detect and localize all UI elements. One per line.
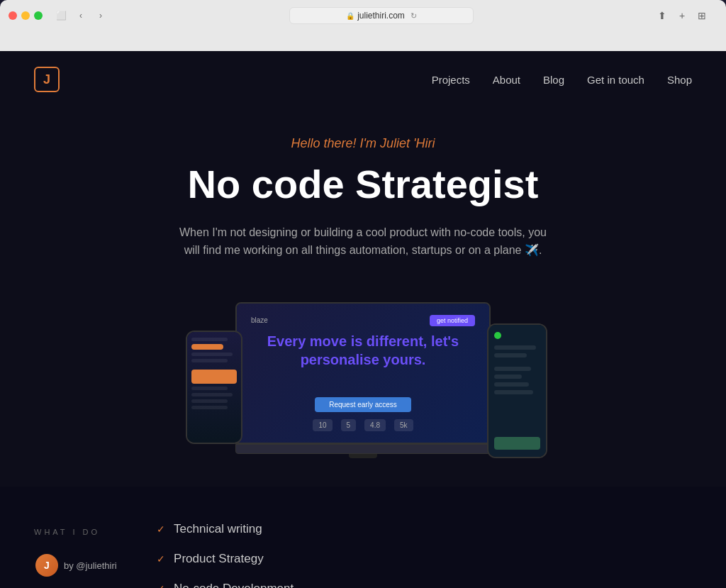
phone-right-btn — [494, 437, 540, 450]
avatar-label: by @juliethiri — [64, 560, 117, 571]
pr-row-4 — [494, 375, 522, 379]
skill-item-2: ✓ Product Strategy — [157, 552, 313, 566]
phone-row-2 — [191, 353, 233, 356]
nav-link-about[interactable]: About — [493, 74, 520, 86]
main-nav: J Projects About Blog Get in touch Shop — [0, 51, 726, 108]
new-tab-icon[interactable]: + — [675, 9, 689, 23]
skill-label-1: Technical writing — [174, 522, 262, 536]
pr-row-5 — [494, 382, 529, 387]
refresh-icon[interactable]: ↻ — [411, 11, 417, 21]
skill-label-3: No-code Development — [174, 582, 294, 588]
browser-actions: ⬆ + ⊞ — [655, 9, 709, 23]
section-label: WHAT I DO — [34, 522, 100, 536]
mockup-container: blaze get notified Every move is differe… — [200, 288, 526, 458]
close-button[interactable] — [9, 11, 17, 20]
share-icon[interactable]: ⬆ — [655, 9, 669, 23]
pr-row-1 — [494, 345, 536, 350]
nav-link-shop[interactable]: Shop — [667, 74, 692, 86]
phone-cta — [191, 370, 237, 384]
site-logo[interactable]: J — [34, 67, 60, 92]
greeting-name: Juliet 'Hiri — [380, 136, 435, 150]
hero-subtitle: When I'm not designing or building a coo… — [179, 223, 547, 260]
screen-stats: 10 5 4.8 5k — [313, 419, 413, 431]
hero-greeting: Hello there! I'm Juliet 'Hiri — [34, 136, 692, 151]
minimize-button[interactable] — [21, 11, 30, 20]
check-icon-2: ✓ — [157, 553, 165, 565]
avatar-bar: J by @juliethiri — [35, 554, 117, 577]
hero-title: No code Strategist — [34, 162, 692, 206]
phone-row-6 — [191, 399, 228, 403]
url-text: juliethiri.com — [357, 11, 405, 21]
stat-4: 5k — [394, 419, 413, 431]
phone-mockup-left — [186, 331, 242, 444]
screen-request-button: Request early access — [315, 397, 411, 412]
check-icon-3: ✓ — [157, 583, 165, 588]
hero-section: Hello there! I'm Juliet 'Hiri No code St… — [0, 108, 726, 472]
address-bar-container: 🔒 juliethiri.com ↻ — [128, 7, 635, 24]
screen-logo-text: blaze — [251, 316, 268, 324]
pr-row-6 — [494, 390, 533, 394]
phone-row-4 — [191, 387, 228, 390]
stat-2: 5 — [341, 419, 357, 431]
nav-link-projects[interactable]: Projects — [432, 74, 470, 86]
laptop-stand — [349, 454, 377, 458]
browser-controls: ⬜ ‹ › — [54, 9, 108, 23]
pr-row-2 — [494, 353, 527, 357]
laptop-mockup: blaze get notified Every move is differe… — [235, 302, 491, 458]
skills-list: ✓ Technical writing ✓ Product Strategy ✓… — [157, 522, 313, 588]
laptop-screen: blaze get notified Every move is differe… — [235, 302, 491, 444]
traffic-lights — [9, 11, 43, 20]
forward-button[interactable]: › — [94, 9, 108, 23]
screen-topbar: blaze get notified — [251, 315, 475, 326]
tabs-icon[interactable]: ⊞ — [695, 9, 709, 23]
phone-left-screen — [187, 332, 241, 443]
avatar: J — [35, 554, 58, 577]
laptop-screen-inner: blaze get notified Every move is differe… — [237, 304, 489, 443]
phone-row-7 — [191, 406, 228, 409]
phone-row-1 — [191, 338, 228, 341]
screen-headline-plain: Every move is different, let's — [267, 333, 459, 349]
phone-right-dot — [494, 332, 501, 339]
screen-headline-end: yours. — [379, 352, 426, 367]
phone-mockup-right — [487, 323, 547, 458]
skill-item-3: ✓ No-code Development — [157, 582, 313, 588]
screen-cta-button: get notified — [430, 315, 475, 326]
lock-icon: 🔒 — [346, 12, 354, 20]
screen-headline: Every move is different, let's personali… — [251, 332, 475, 369]
nav-link-blog[interactable]: Blog — [543, 74, 564, 86]
website-content: J Projects About Blog Get in touch Shop … — [0, 51, 726, 588]
browser-chrome: ⬜ ‹ › 🔒 juliethiri.com ↻ ⬆ + ⊞ — [0, 0, 726, 51]
screen-headline-accent: personalise — [301, 352, 379, 367]
back-button[interactable]: ‹ — [74, 9, 88, 23]
pr-row-3 — [494, 367, 531, 371]
skill-label-2: Product Strategy — [174, 552, 264, 566]
nav-link-contact[interactable]: Get in touch — [587, 74, 644, 86]
check-icon-1: ✓ — [157, 523, 165, 535]
stat-1: 10 — [313, 419, 332, 431]
stat-3: 4.8 — [364, 419, 386, 431]
address-field[interactable]: 🔒 juliethiri.com ↻ — [289, 7, 474, 24]
sidebar-toggle-icon[interactable]: ⬜ — [54, 9, 68, 23]
phone-right-screen — [488, 325, 546, 457]
phone-row-5 — [191, 393, 233, 396]
greeting-plain: Hello there! I'm — [291, 136, 380, 150]
maximize-button[interactable] — [34, 11, 43, 20]
laptop-base — [235, 444, 491, 454]
phone-row-accent — [191, 344, 223, 350]
skill-item-1: ✓ Technical writing — [157, 522, 313, 536]
phone-row-3 — [191, 359, 228, 362]
nav-links: Projects About Blog Get in touch Shop — [432, 74, 692, 86]
